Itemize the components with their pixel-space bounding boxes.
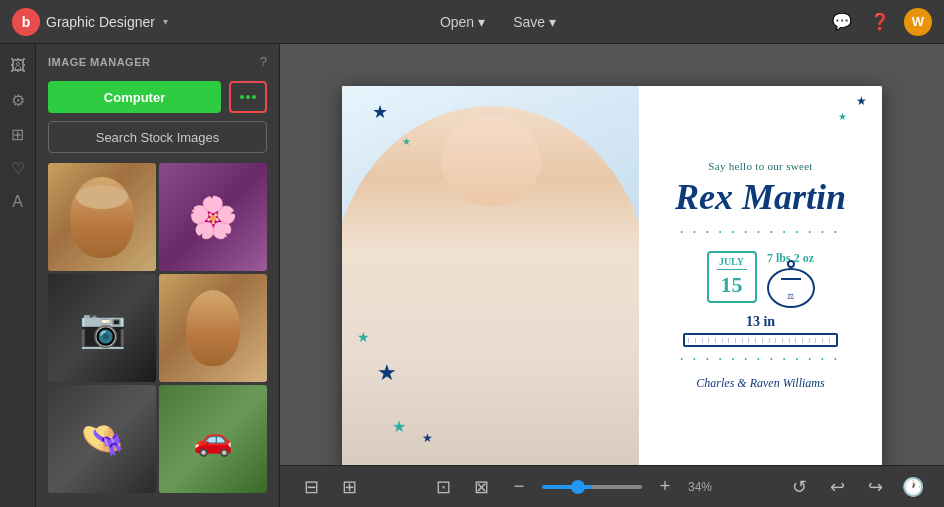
open-button[interactable]: Open ▾: [430, 10, 495, 34]
text-icon[interactable]: A: [4, 188, 32, 216]
header-left: b Graphic Designer ▾: [12, 8, 168, 36]
dot2: [246, 95, 250, 99]
panel-help-icon[interactable]: ?: [260, 54, 267, 69]
layers-button[interactable]: ⊟: [296, 472, 326, 502]
grid-icon[interactable]: ⊞: [4, 120, 32, 148]
scale-icon: ⚖: [767, 268, 815, 308]
stock-image-3[interactable]: 📷: [48, 274, 156, 382]
toolbar-left: ⊟ ⊞: [296, 472, 364, 502]
main-area: 🖼 ⚙ ⊞ ♡ A IMAGE MANAGER ? Computer Searc…: [0, 44, 944, 507]
header-center: Open ▾ Save ▾: [430, 10, 566, 34]
comments-button[interactable]: 💬: [828, 8, 856, 36]
toolbar-center: ⊡ ⊠ − + 34%: [428, 472, 720, 502]
card-photo: ★ ★ ★ ★ ★ ★: [342, 86, 639, 466]
stock-image-6[interactable]: 🚗: [159, 385, 267, 493]
header: b Graphic Designer ▾ Open ▾ Save ▾ 💬 ❓ W: [0, 0, 944, 44]
birth-month: July: [717, 256, 747, 270]
undo-button[interactable]: ↩: [822, 472, 852, 502]
more-options-button[interactable]: [229, 81, 267, 113]
image-grid: 🌸 📷 👒 🚗: [36, 163, 279, 493]
help-button[interactable]: ❓: [866, 8, 894, 36]
heart-icon[interactable]: ♡: [4, 154, 32, 182]
star-teal-right: ★: [838, 111, 847, 122]
ruler-icon: | | | | | | | | | | | | | | | | | | | | …: [683, 333, 838, 347]
canvas-area: ★ ★ ★ ★ ★ ★ ★ ★ ★ Say hell: [280, 44, 944, 507]
zoom-in-button[interactable]: +: [650, 472, 680, 502]
logo-icon: b: [12, 8, 40, 36]
dot1: [240, 95, 244, 99]
panel-title: IMAGE MANAGER: [48, 56, 150, 68]
image-icon[interactable]: 🖼: [4, 52, 32, 80]
card-right: ★ ★ ★ Say hello to our sweet Rex Martin …: [639, 86, 882, 466]
stock-image-4[interactable]: [159, 274, 267, 382]
card-calendar: July 15: [707, 251, 757, 303]
card-info-row: July 15 7 lbs 2 oz ⚖: [707, 251, 815, 308]
computer-button[interactable]: Computer: [48, 81, 221, 113]
card-length-row: 13 in | | | | | | | | | | | | | | | | | …: [683, 314, 838, 347]
dot3: [252, 95, 256, 99]
icon-sidebar: 🖼 ⚙ ⊞ ♡ A: [0, 44, 36, 507]
redo-button[interactable]: ↪: [860, 472, 890, 502]
header-right: 💬 ❓ W: [828, 8, 932, 36]
zoom-out-button[interactable]: −: [504, 472, 534, 502]
history-button[interactable]: 🕐: [898, 472, 928, 502]
dotted-separator-bottom: • • • • • • • • • • • • •: [680, 355, 840, 364]
frame-button[interactable]: ⊞: [334, 472, 364, 502]
app-title-chevron-icon: ▾: [163, 16, 168, 27]
adjust-icon[interactable]: ⚙: [4, 86, 32, 114]
zoom-percentage: 34%: [688, 480, 720, 494]
toolbar-right: ↺ ↩ ↪ 🕐: [784, 472, 928, 502]
card-weight: 7 lbs 2 oz ⚖: [767, 251, 815, 308]
image-manager-panel: IMAGE MANAGER ? Computer Search Stock Im…: [36, 44, 280, 507]
export-button[interactable]: ⊠: [466, 472, 496, 502]
app-title: Graphic Designer: [46, 14, 155, 30]
user-avatar[interactable]: W: [904, 8, 932, 36]
save-button[interactable]: Save ▾: [503, 10, 566, 34]
card-name: Rex Martin: [675, 178, 846, 218]
baby-photo: ★ ★ ★ ★ ★ ★: [342, 86, 639, 466]
dotted-separator: • • • • • • • • • • • • •: [680, 228, 840, 237]
canvas-frame[interactable]: ★ ★ ★ ★ ★ ★ ★ ★ ★ Say hell: [342, 86, 882, 466]
crop-button[interactable]: ⊡: [428, 472, 458, 502]
length-value: 13 in: [746, 314, 775, 330]
panel-controls: Computer: [36, 75, 279, 121]
panel-header: IMAGE MANAGER ?: [36, 44, 279, 75]
birth-day: 15: [717, 272, 747, 298]
card-subtitle: Say hello to our sweet: [708, 160, 812, 172]
repeat-button[interactable]: ↺: [784, 472, 814, 502]
card-inner: ★ ★ ★ ★ ★ ★ ★ ★ ★ Say hell: [342, 86, 882, 466]
zoom-slider[interactable]: [542, 485, 642, 489]
search-stock-button[interactable]: Search Stock Images: [48, 121, 267, 153]
star-top-right: ★: [856, 94, 867, 109]
stock-image-1[interactable]: [48, 163, 156, 271]
stock-image-2[interactable]: 🌸: [159, 163, 267, 271]
card-parents: Charles & Raven Williams: [696, 376, 824, 391]
stock-image-5[interactable]: 👒: [48, 385, 156, 493]
bottom-toolbar: ⊟ ⊞ ⊡ ⊠ − + 34% ↺ ↩ ↪ 🕐: [280, 465, 944, 507]
